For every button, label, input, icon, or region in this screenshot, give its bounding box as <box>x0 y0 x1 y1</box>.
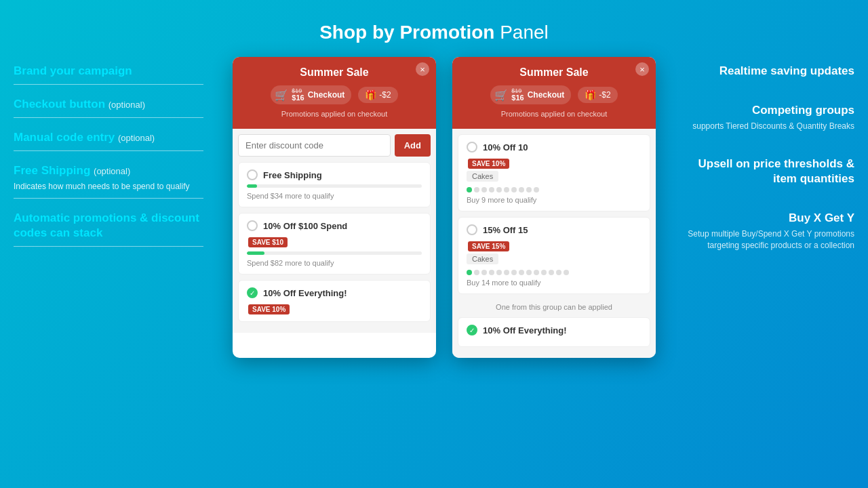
progress-10off100-fill <box>247 251 264 255</box>
panel-1-subtitle: Promotions applied on checkout <box>243 110 425 123</box>
dot-15-7 <box>519 270 524 275</box>
save-badge-10off-all: SAVE 10% <box>248 304 290 314</box>
cart-icon-2: 🛒 <box>494 89 508 102</box>
panel-2: Summer Sale × 🛒 $19 $16 Checkout 🎁 -$2 <box>452 57 656 358</box>
radio-15off15[interactable] <box>467 224 477 235</box>
cart-price-old: $19 <box>292 88 302 94</box>
promo-15off15-name: 15% Off 15 <box>483 225 528 235</box>
cart-price-new: $16 <box>292 94 304 102</box>
radio-10off100[interactable] <box>247 220 258 231</box>
add-btn[interactable]: Add <box>395 134 431 157</box>
radio-10off-all-2[interactable]: ✓ <box>467 325 477 336</box>
promo-card-10off10: 10% Off 10 SAVE 10% Cakes <box>458 134 650 211</box>
cart-price-old-2: $19 <box>511 88 521 94</box>
discount-input[interactable] <box>238 134 391 157</box>
dot-6 <box>511 187 517 192</box>
panel-1-cart-btn[interactable]: 🛒 $19 $16 Checkout <box>271 85 351 104</box>
annotation-auto-title: Automatic promotions & discount codes ca… <box>14 211 203 241</box>
checkout-label: Checkout <box>308 90 345 100</box>
annotation-buyx-title: Buy X Get Y <box>685 211 854 226</box>
dot-15-9 <box>534 270 539 275</box>
annotation-manual-title: Manual code entry (optional) <box>14 130 203 145</box>
promo-10off10-name: 10% Off 10 <box>483 142 528 152</box>
dot-15-11 <box>549 270 554 275</box>
annotation-competing-desc: supports Tiered Discounts & Quantity Bre… <box>685 121 854 132</box>
annotation-freeship: Free Shipping (optional) Indicates how m… <box>14 163 203 199</box>
right-annotations: Realtime saving updates Competing groups… <box>685 57 854 276</box>
checkout-label-2: Checkout <box>528 90 565 100</box>
dot-15-5 <box>504 270 509 275</box>
panel-1-header: Summer Sale × 🛒 $19 $16 Checkout 🎁 -$2 <box>233 57 436 129</box>
progress-10off100 <box>247 251 422 255</box>
radio-10off-all[interactable]: ✓ <box>247 287 258 298</box>
panel-2-title: Summer Sale <box>463 66 645 79</box>
radio-freeship[interactable] <box>247 169 258 180</box>
competing-group-label: One from this group can be applied <box>458 300 650 314</box>
annotation-freeship-desc: Indicates how much needs to be spend to … <box>14 181 203 192</box>
annotation-competing: Competing groups supports Tiered Discoun… <box>685 103 854 138</box>
promo-freeship-name: Free Shipping <box>263 170 322 180</box>
page-title: Shop by Promotion Panel <box>0 0 868 57</box>
dot-15-2 <box>481 270 487 275</box>
panel-1-toolbar: 🛒 $19 $16 Checkout 🎁 -$2 <box>243 85 425 110</box>
dot-15-12 <box>556 270 561 275</box>
page-header: Shop by Promotion Panel <box>0 0 868 57</box>
dot-15-3 <box>489 270 494 275</box>
panel-2-toolbar: 🛒 $19 $16 Checkout 🎁 -$2 <box>463 85 645 110</box>
panel-1-title: Summer Sale <box>243 66 425 79</box>
promo-card-free-shipping: Free Shipping Spend $34 more to qualify <box>238 162 431 207</box>
promo-card-10off100-header: 10% Off $100 Spend <box>247 220 422 231</box>
dot-1 <box>474 187 479 192</box>
dot-15-10 <box>541 270 547 275</box>
annotation-manual: Manual code entry (optional) <box>14 130 203 151</box>
cart-icon: 🛒 <box>275 89 288 102</box>
promo-card-15off15-header: 15% Off 15 <box>467 224 642 235</box>
panel-1-savings-btn[interactable]: 🎁 -$2 <box>358 87 397 103</box>
promo-10off-all-name: 10% Off Everything! <box>263 288 347 298</box>
save-badge-10off10: SAVE 10% <box>468 159 509 169</box>
panel-2-subtitle: Promotions applied on checkout <box>463 110 645 123</box>
panel-2-cart-btn[interactable]: 🛒 $19 $16 Checkout <box>490 85 571 104</box>
annotation-buyx-desc: Setup multiple Buy/Spend X Get Y promoti… <box>685 228 854 251</box>
annotation-realtime: Realtime saving updates <box>685 64 854 84</box>
promo-card-10off-all-2-header: ✓ 10% Off Everything! <box>467 325 642 336</box>
cart-price-new-2: $16 <box>511 94 524 102</box>
annotation-competing-title: Competing groups <box>685 103 854 118</box>
annotation-checkout-title: Checkout button (optional) <box>14 97 203 112</box>
progress-freeship-fill <box>247 184 257 188</box>
discount-row: Add <box>238 134 431 157</box>
panels-container: Summer Sale × 🛒 $19 $16 Checkout 🎁 -$2 <box>203 57 685 358</box>
savings-label: -$2 <box>379 90 391 100</box>
dot-7 <box>519 187 524 192</box>
panel-2-savings-btn[interactable]: 🎁 -$2 <box>578 87 617 103</box>
promo-10off10-desc: Buy 9 more to qualify <box>467 196 642 204</box>
dot-15-1 <box>474 270 479 275</box>
radio-10off10[interactable] <box>467 142 477 152</box>
save-badge-10off100: SAVE $10 <box>248 237 288 247</box>
dot-2 <box>481 187 487 192</box>
annotation-checkout: Checkout button (optional) <box>14 97 203 118</box>
main-layout: Brand your campaign Checkout button (opt… <box>0 57 868 484</box>
panel-1-close-btn[interactable]: × <box>416 62 429 76</box>
panel-2-close-btn[interactable]: × <box>635 62 649 76</box>
progress-freeship <box>247 184 422 188</box>
annotation-brand: Brand your campaign <box>14 64 203 85</box>
category-cakes-1: Cakes <box>467 171 498 182</box>
dot-15-8 <box>526 270 532 275</box>
panel-2-header: Summer Sale × 🛒 $19 $16 Checkout 🎁 -$2 <box>452 57 656 129</box>
promo-card-10off-all: ✓ 10% Off Everything! SAVE 10% <box>238 280 431 322</box>
dot-15-13 <box>564 270 569 275</box>
promo-card-10off100: 10% Off $100 Spend SAVE $10 Spend $82 mo… <box>238 213 431 274</box>
savings-icon-2: 🎁 <box>585 89 596 100</box>
annotation-realtime-title: Realtime saving updates <box>685 64 854 79</box>
annotation-upsell-title: Upsell on price thresholds & item quanti… <box>685 157 854 186</box>
dots-10off10 <box>467 187 642 192</box>
promo-card-10off10-header: 10% Off 10 <box>467 142 642 152</box>
save-badge-15off15: SAVE 15% <box>468 241 509 251</box>
promo-card-free-shipping-header: Free Shipping <box>247 169 422 180</box>
promo-card-10off-all-2: ✓ 10% Off Everything! <box>458 317 650 347</box>
dot-15-4 <box>496 270 502 275</box>
category-cakes-2: Cakes <box>467 253 498 264</box>
panel-1-body: Add Free Shipping Spend $34 more to qual… <box>233 129 436 333</box>
dot-5 <box>504 187 509 192</box>
